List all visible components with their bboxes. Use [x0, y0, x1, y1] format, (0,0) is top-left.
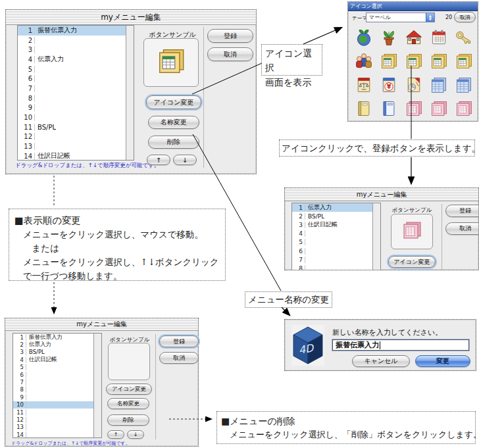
cancel-button[interactable]: 取消 — [159, 352, 199, 364]
move-up-button[interactable]: ↑ — [147, 155, 170, 165]
list-row-1[interactable]: 1振替伝票入力 — [18, 26, 134, 36]
menu-list[interactable]: 1振替伝票入力2伝票入力3BS/PL4仕訳日記帳567891011121314 — [13, 333, 102, 438]
book-scales-icon[interactable] — [351, 73, 376, 97]
list-row-3[interactable]: 3仕訳日記帳 — [292, 220, 380, 229]
folder-pink-icon[interactable] — [451, 97, 476, 120]
rename-input[interactable]: 振替伝票入力 — [332, 339, 469, 351]
dialog-menu-edit-reordered: myメニュー編集 1振替伝票入力2伝票入力3BS/PL4仕訳日記帳5678910… — [5, 318, 199, 447]
folder-pink-icon[interactable] — [401, 97, 426, 120]
note-line: メニューをクリック選択し、↑↓ボタンクリック — [23, 255, 220, 269]
ledger-yellow-icon[interactable] — [451, 49, 476, 73]
list-row-9[interactable]: 9 — [13, 393, 101, 401]
list-row-11[interactable]: 11 — [13, 409, 101, 416]
list-row-6[interactable]: 6 — [18, 74, 134, 84]
list-row-5[interactable]: 5 — [292, 238, 380, 247]
dropdown-stepper-icon[interactable]: ▲▼ — [426, 13, 434, 22]
row-number: 12 — [18, 133, 35, 140]
list-row-10[interactable]: 10 — [18, 112, 134, 122]
list-row-11[interactable]: 11BS/PL — [18, 122, 134, 132]
icon-change-button[interactable]: アイコン変更 — [146, 95, 201, 109]
theme-dropdown-value: マーベル — [366, 14, 426, 21]
list-row-2[interactable]: 2 — [18, 36, 134, 45]
move-down-button[interactable]: ↓ — [127, 430, 144, 439]
theme-dropdown[interactable]: マーベル ▲▼ — [366, 12, 435, 22]
rename-button[interactable]: 名称変更 — [148, 116, 199, 129]
table-blue-icon[interactable] — [451, 73, 476, 97]
row-label: 伝票入力 — [26, 341, 51, 349]
list-row-4[interactable]: 4伝票入力 — [18, 55, 134, 64]
list-row-5[interactable]: 5 — [18, 64, 134, 74]
row-number: 7 — [13, 379, 26, 386]
list-row-12[interactable]: 12 — [18, 132, 134, 142]
list-row-7[interactable]: 7 — [13, 378, 101, 386]
people-icon[interactable] — [351, 49, 376, 73]
icon-window-cancel-button[interactable]: 取消 — [454, 12, 476, 22]
list-row-3[interactable]: 3BS/PL — [13, 349, 101, 356]
list-scrollbar[interactable] — [372, 203, 380, 270]
list-row-6[interactable]: 6 — [13, 371, 101, 378]
menu-list[interactable]: 1振替伝票入力234伝票入力567891011BS/PL121314仕訳日記帳 — [17, 25, 134, 161]
list-row-8[interactable]: 8 — [13, 386, 101, 393]
cancel-button[interactable]: 取消 — [445, 222, 479, 235]
house-icon[interactable] — [401, 26, 426, 49]
list-row-3[interactable]: 3 — [18, 45, 134, 55]
register-button[interactable]: 登録 — [445, 205, 479, 217]
binder-blue-icon[interactable] — [376, 97, 401, 120]
list-row-1[interactable]: 1振替伝票入力 — [13, 334, 101, 341]
ledger-yellow-icon[interactable] — [426, 49, 451, 73]
dialog-footnote: ドラッグ&ドロップまたは、↑↓で順序変更が可能です。 — [11, 440, 130, 447]
list-row-4[interactable]: 4 — [292, 230, 380, 238]
list-row-7[interactable]: 7 — [292, 255, 380, 264]
list-row-4[interactable]: 4仕訳日記帳 — [13, 356, 101, 363]
binder-yellow-icon[interactable] — [351, 97, 376, 120]
note-line: 画面を表示 — [265, 75, 318, 89]
key-icon[interactable] — [451, 26, 476, 49]
delete-button[interactable]: 削除 — [107, 414, 149, 426]
menu-list[interactable]: 1伝票入力2BS/PL3仕訳日記帳456789 — [291, 203, 381, 270]
cancel-button[interactable]: 取消 — [207, 47, 253, 61]
list-scrollbar[interactable] — [126, 26, 134, 160]
list-row-7[interactable]: 7 — [18, 84, 134, 93]
list-row-2[interactable]: 2BS/PL — [292, 212, 380, 220]
folder-pink-icon[interactable] — [426, 97, 451, 120]
list-row-12[interactable]: 12 — [13, 416, 101, 423]
list-row-9[interactable]: 9 — [18, 103, 134, 113]
rename-ok-button[interactable]: 変更 — [415, 355, 470, 367]
list-row-2[interactable]: 2伝票入力 — [13, 341, 101, 348]
list-row-8[interactable]: 8 — [18, 93, 134, 103]
delete-button[interactable]: 削除 — [148, 136, 199, 149]
note-line: アイコン選択 — [265, 46, 318, 75]
icon-select-window: アイコン選択 テーマ マーベル ▲▼ 20 取消 ¥ — [347, 1, 478, 122]
book-chart-icon[interactable] — [401, 73, 426, 97]
plant-icon[interactable] — [376, 26, 401, 49]
list-row-14[interactable]: 14 — [13, 431, 101, 438]
icon-change-button[interactable]: アイコン変更 — [106, 384, 152, 395]
rename-button[interactable]: 名称変更 — [107, 398, 149, 409]
move-down-button[interactable]: ↓ — [173, 155, 197, 165]
theme-label: テーマ — [352, 15, 367, 22]
note-body: メニューをクリック選択し、「削除」ボタンをクリックします。 — [221, 428, 471, 441]
list-row-10[interactable]: 10 — [13, 401, 101, 409]
list-row-1[interactable]: 1伝票入力 — [292, 203, 380, 212]
icon-change-button[interactable]: アイコン変更 — [388, 256, 436, 268]
globe-icon[interactable] — [351, 26, 376, 49]
note-order-change: ■表示順の変更 メニューをクリック選択し、マウスで移動。 またはメニューをクリッ… — [9, 209, 226, 281]
list-row-8[interactable]: 8 — [292, 264, 380, 270]
dialog-title: myメニュー編集 — [101, 12, 161, 22]
register-button[interactable]: 登録 — [159, 336, 199, 347]
ledger-yellow-icon[interactable] — [376, 49, 401, 73]
move-up-button[interactable]: ↑ — [107, 430, 124, 439]
list-row-6[interactable]: 6 — [292, 247, 380, 255]
list-row-5[interactable]: 5 — [13, 364, 101, 371]
table-blue-icon[interactable] — [426, 73, 451, 97]
calendar-icon[interactable] — [426, 26, 451, 49]
list-row-14[interactable]: 14仕訳日記帳 — [18, 151, 134, 161]
ledger-yellow-icon[interactable] — [401, 49, 426, 73]
row-number: 9 — [18, 104, 35, 111]
register-button[interactable]: 登録 — [207, 29, 253, 43]
list-row-13[interactable]: 13 — [13, 424, 101, 431]
book-yen-icon[interactable]: ¥ — [376, 73, 401, 97]
list-row-13[interactable]: 13 — [18, 141, 134, 151]
rename-cancel-button[interactable]: キャンセル — [352, 355, 410, 367]
list-scrollbar[interactable] — [93, 334, 101, 437]
